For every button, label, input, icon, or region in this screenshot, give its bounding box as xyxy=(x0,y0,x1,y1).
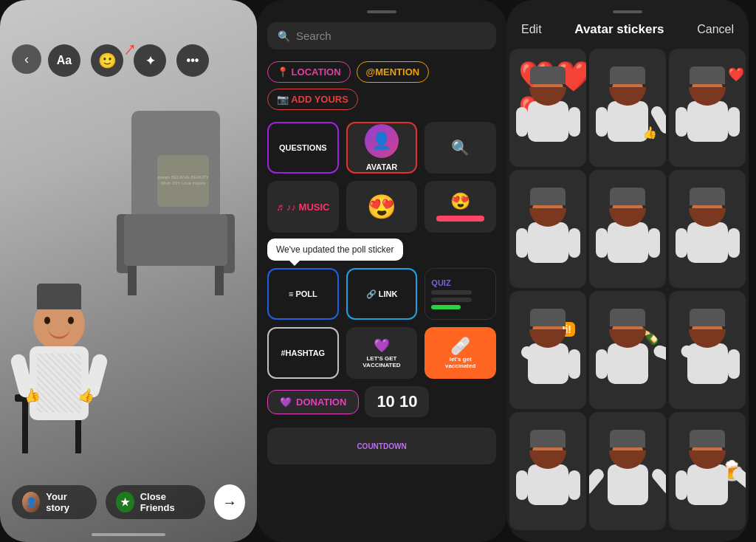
av-torso-9 xyxy=(687,343,728,384)
avatar-eye-right xyxy=(68,317,74,324)
search-sticker-icon: 🔍 xyxy=(451,139,470,157)
questions-label: QUESTIONS xyxy=(279,143,327,152)
av-torso-7 xyxy=(528,343,568,384)
text-tool-button[interactable]: Aa xyxy=(48,44,80,77)
location-tag[interactable]: 📍 LOCATION xyxy=(267,61,351,83)
av-head-1 xyxy=(532,74,563,105)
your-story-button[interactable]: 👤 Your story xyxy=(12,485,97,519)
quiz-progress xyxy=(431,305,460,309)
bandage-icon: 🩹 xyxy=(450,337,470,356)
poll-sticker[interactable]: ≡ POLL xyxy=(267,268,339,320)
screen1-camera: dream BELIEVE BEAUTY Wish JOY Love inspi… xyxy=(0,0,257,542)
emoji-poll-icon: 😍 xyxy=(367,193,396,221)
av-head-8 xyxy=(612,316,643,347)
avatar-sticker-peace[interactable] xyxy=(589,170,666,288)
avatar-label: AVATAR xyxy=(366,162,398,171)
av-arm-r-4 xyxy=(568,228,580,258)
avatar-sticker-beer[interactable]: 🍺 xyxy=(669,412,746,530)
av-arm-r-9 xyxy=(728,349,740,379)
av-arms-4 xyxy=(516,228,580,258)
bottom-bar: 👤 Your story ★ Close Friends → xyxy=(0,484,257,520)
avatar-sticker-wave[interactable] xyxy=(669,291,746,409)
avatar-hat xyxy=(37,284,81,309)
avatar-sticker-prayer[interactable] xyxy=(589,412,666,530)
av-arm-l-4 xyxy=(516,228,528,258)
donation-row: 💜 DONATION 10 10 xyxy=(257,379,506,425)
av-head-3 xyxy=(692,74,723,105)
time-sticker[interactable]: 10 10 xyxy=(365,386,429,417)
your-story-avatar: 👤 xyxy=(22,492,40,512)
avatar-sticker-eyepatch[interactable] xyxy=(509,412,586,530)
search-sticker[interactable]: 🔍 xyxy=(425,122,496,174)
avatar-head xyxy=(33,298,85,350)
edit-button[interactable]: Edit xyxy=(521,23,542,36)
av-arm-r-5 xyxy=(648,228,660,258)
quiz-sticker[interactable]: QUIZ xyxy=(425,268,496,320)
av-arms-1 xyxy=(516,107,580,137)
more-tool-button[interactable]: ••• xyxy=(176,44,209,77)
sticker-tool-button[interactable]: 🙂 xyxy=(91,44,123,77)
av-arm-r-7 xyxy=(568,349,580,379)
av-head-2 xyxy=(612,74,643,105)
av-head-6: 🕶️ xyxy=(692,195,723,226)
av-arms-5 xyxy=(596,228,660,258)
avatar-body: 👍 👍 xyxy=(30,346,89,420)
donation-label: DONATION xyxy=(296,397,346,408)
screen3-handle xyxy=(613,10,642,13)
avatar-figure-beer xyxy=(674,437,740,505)
effects-tool-button[interactable]: ✦ xyxy=(134,44,166,77)
vaccinated-sticker[interactable]: 💜 LET'S GETVACCINATED xyxy=(346,327,418,379)
av-arm-l-11 xyxy=(589,467,606,497)
sticker-tool-icon: 🙂 xyxy=(98,52,117,69)
mention-tag[interactable]: @MENTION xyxy=(357,61,430,83)
av-cap-6 xyxy=(690,188,725,205)
questions-sticker[interactable]: QUESTIONS xyxy=(267,122,339,174)
tooltip-area: We've updated the poll sticker xyxy=(267,236,496,261)
avatar-sticker-champagne[interactable]: 🍾 xyxy=(589,291,666,409)
stickers-grid-row1: QUESTIONS 👤 AVATAR 🔍 xyxy=(257,122,506,174)
next-button[interactable]: → xyxy=(214,484,245,520)
music-label: ♬ ♪♪ MUSIC xyxy=(276,202,329,213)
av-cap-4 xyxy=(530,188,566,205)
lets-get-sticker[interactable]: 🩹 let's get vaccinated xyxy=(425,327,496,379)
add-yours-tag[interactable]: 📷 ADD YOURS xyxy=(267,89,358,110)
emoji-poll-sticker[interactable]: 😍 xyxy=(346,181,418,233)
av-torso-3 xyxy=(687,101,728,142)
cancel-button[interactable]: Cancel xyxy=(697,23,734,36)
hashtag-sticker[interactable]: #HASHTAG xyxy=(267,327,339,379)
chair-back: dream BELIEVE BEAUTY Wish JOY Love inspi… xyxy=(131,111,220,222)
avatar-figure-hearts-small xyxy=(674,74,740,142)
av-arm-l-8 xyxy=(596,349,608,379)
avatar-sticker[interactable]: 👤 AVATAR xyxy=(346,122,418,174)
av-cap-1 xyxy=(530,66,566,84)
donation-sticker[interactable]: 💜 DONATION xyxy=(267,390,359,414)
effects-tool-icon: ✦ xyxy=(145,54,155,68)
av-arms-8 xyxy=(596,349,660,379)
text-tool-label: Aa xyxy=(57,54,72,67)
avatar-sticker-sparkles[interactable]: ✨✨ xyxy=(509,170,586,288)
music-icon: ♬ xyxy=(276,202,284,213)
av-torso-12 xyxy=(687,464,728,505)
search-placeholder: Search xyxy=(296,30,331,42)
avatar-sticker-hearts-small[interactable]: ❤️ xyxy=(669,49,746,167)
av-arm-r-12 xyxy=(729,466,746,494)
vaccinated-label: LET'S GETVACCINATED xyxy=(362,355,400,368)
avatar-figure-eyepatch xyxy=(515,437,581,505)
av-arm-r-1 xyxy=(568,107,580,137)
link-label: 🔗 LINK xyxy=(366,289,398,299)
donation-icon: 💜 xyxy=(280,397,292,408)
link-sticker[interactable]: 🔗 LINK xyxy=(346,268,418,320)
avatar-sticker-hearts[interactable]: ❤️❤️❤️ xyxy=(509,49,586,167)
close-friends-button[interactable]: ★ Close Friends xyxy=(106,485,205,519)
countdown-sticker[interactable]: COUNTDOWN xyxy=(267,428,496,464)
sticker-row3: ≡ POLL 🔗 LINK QUIZ xyxy=(257,268,506,320)
av-cap-12 xyxy=(690,430,725,447)
avatar-sticker-thumbsup[interactable]: 👍 xyxy=(589,49,666,167)
avatar-sticker-hi[interactable]: Hi! xyxy=(509,291,586,409)
poll-bar-sticker[interactable]: 😍 xyxy=(425,181,496,233)
search-bar[interactable]: 🔍 Search xyxy=(267,22,496,49)
avatar-sticker-sunglasses[interactable]: 🕶️ xyxy=(669,170,746,288)
music-sticker[interactable]: ♬ ♪♪ MUSIC xyxy=(267,181,339,233)
av-cap-3 xyxy=(690,66,725,84)
avatar-sticker-icon: 👤 xyxy=(365,124,399,158)
